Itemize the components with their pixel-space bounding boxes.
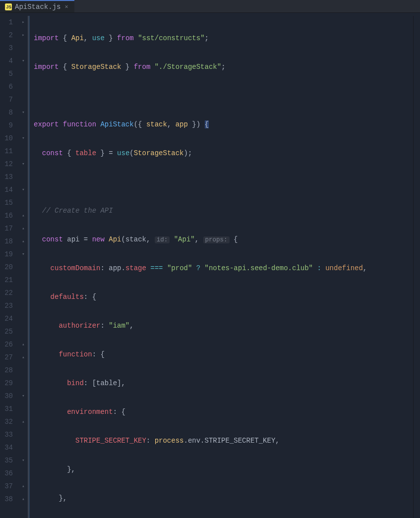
fold-marker[interactable] — [19, 441, 28, 454]
fold-marker[interactable]: ▴ — [19, 493, 28, 506]
line-number: 2 — [0, 29, 13, 42]
line-number: 24 — [0, 312, 13, 325]
line-number: 28 — [0, 364, 13, 377]
fold-marker[interactable] — [19, 403, 28, 415]
fold-marker[interactable]: ▾ — [19, 390, 28, 403]
line-number: 21 — [0, 274, 13, 287]
line-number: 36 — [0, 467, 13, 480]
fold-marker[interactable]: ▸ — [19, 16, 28, 29]
line-number: 9 — [0, 119, 13, 132]
line-number: 6 — [0, 80, 13, 93]
line-number: 30 — [0, 390, 13, 403]
fold-marker[interactable] — [19, 364, 28, 377]
inlay-hint: props: — [203, 236, 230, 243]
line-number: 8 — [0, 106, 13, 119]
line-number: 18 — [0, 235, 13, 248]
fold-marker[interactable]: ▾ — [19, 183, 28, 196]
fold-gutter[interactable]: ▸▸▾▾▾▾▾▴▴▴▾▴▴▾▴▾▴▴ — [19, 16, 29, 518]
close-tab-icon[interactable]: ✕ — [63, 3, 69, 10]
line-number-gutter: 1234567891011121314151617181920212223242… — [0, 16, 19, 518]
line-number: 31 — [0, 403, 13, 415]
line-number: 1 — [0, 16, 13, 29]
tab-bar: JS ApiStack.js ✕ — [0, 0, 420, 13]
line-number: 7 — [0, 93, 13, 106]
fold-marker[interactable]: ▴ — [19, 338, 28, 351]
fold-marker[interactable] — [19, 119, 28, 132]
line-number: 29 — [0, 377, 13, 390]
line-number: 11 — [0, 145, 13, 158]
fold-marker[interactable]: ▾ — [19, 454, 28, 467]
fold-marker[interactable]: ▾ — [19, 158, 28, 171]
line-number: 35 — [0, 454, 13, 467]
line-number: 22 — [0, 287, 13, 299]
fold-marker[interactable] — [19, 312, 28, 325]
line-number: 33 — [0, 428, 13, 441]
js-file-icon: JS — [5, 3, 12, 10]
code-editor[interactable]: 1234567891011121314151617181920212223242… — [0, 13, 420, 518]
inlay-hint: id: — [155, 236, 170, 243]
line-number: 32 — [0, 415, 13, 428]
file-tab[interactable]: JS ApiStack.js ✕ — [0, 0, 74, 12]
fold-marker[interactable]: ▴ — [19, 209, 28, 222]
fold-marker[interactable] — [19, 467, 28, 480]
fold-marker[interactable] — [19, 67, 28, 80]
line-number: 12 — [0, 158, 13, 171]
line-number: 5 — [0, 67, 13, 80]
fold-marker[interactable]: ▴ — [19, 480, 28, 493]
line-number: 26 — [0, 338, 13, 351]
line-number: 37 — [0, 480, 13, 493]
scrollbar[interactable] — [413, 16, 420, 518]
line-number: 16 — [0, 209, 13, 222]
fold-marker[interactable]: ▴ — [19, 351, 28, 364]
fold-marker[interactable] — [19, 274, 28, 287]
fold-marker[interactable]: ▾ — [19, 55, 28, 67]
fold-marker[interactable] — [19, 299, 28, 312]
fold-marker[interactable]: ▾ — [19, 106, 28, 119]
fold-marker[interactable] — [19, 93, 28, 106]
fold-marker[interactable] — [19, 145, 28, 158]
line-number: 38 — [0, 493, 13, 506]
fold-marker[interactable]: ▴ — [19, 415, 28, 428]
fold-marker[interactable]: ▾ — [19, 132, 28, 145]
line-number: 17 — [0, 222, 13, 235]
line-number: 23 — [0, 299, 13, 312]
line-number: 20 — [0, 261, 13, 274]
fold-marker[interactable]: ▾ — [19, 248, 28, 261]
fold-marker[interactable] — [19, 80, 28, 93]
fold-marker[interactable] — [19, 196, 28, 209]
line-number: 10 — [0, 132, 13, 145]
line-number: 13 — [0, 171, 13, 183]
fold-marker[interactable] — [19, 261, 28, 274]
fold-marker[interactable] — [19, 325, 28, 338]
code-area[interactable]: import { Api, use } from "sst/constructs… — [29, 16, 413, 518]
line-number: 15 — [0, 196, 13, 209]
fold-marker[interactable] — [19, 171, 28, 183]
fold-marker[interactable]: ▴ — [19, 235, 28, 248]
fold-marker[interactable] — [19, 377, 28, 390]
fold-marker[interactable] — [19, 428, 28, 441]
line-number: 25 — [0, 325, 13, 338]
fold-marker[interactable] — [19, 287, 28, 299]
line-number: 14 — [0, 183, 13, 196]
fold-marker[interactable] — [19, 42, 28, 55]
fold-marker[interactable]: ▴ — [19, 222, 28, 235]
tab-filename: ApiStack.js — [15, 3, 60, 11]
line-number: 34 — [0, 441, 13, 454]
line-number: 19 — [0, 248, 13, 261]
line-number: 4 — [0, 55, 13, 67]
line-number: 27 — [0, 351, 13, 364]
line-number: 3 — [0, 42, 13, 55]
fold-marker[interactable]: ▸ — [19, 29, 28, 42]
